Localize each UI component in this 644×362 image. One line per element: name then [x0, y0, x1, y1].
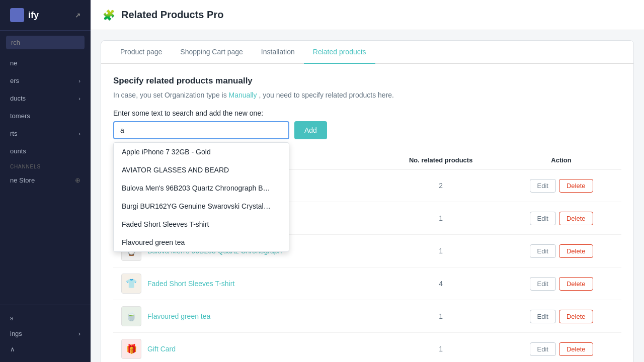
desc-text-start: In case, you set Organization type is [113, 91, 229, 99]
table-row: 🎁 Gift Card 1 Edit Delete [113, 333, 621, 363]
search-label: Enter some text to search and add the ne… [113, 109, 621, 117]
tab-installation[interactable]: Installation [252, 41, 304, 64]
sidebar-item-orders[interactable]: ers › [0, 72, 91, 89]
section-title: Specify related products manually [113, 76, 621, 86]
sidebar-collapse-btn[interactable]: ∧ [10, 341, 80, 357]
dropdown-item[interactable]: Bulova Men's 96B203 Quartz Chronograph B… [114, 179, 289, 197]
chevron-right-icon: › [78, 96, 80, 102]
sidebar-item-label: ne [10, 59, 17, 67]
sidebar-search-input[interactable] [6, 36, 85, 49]
sidebar-item-online-store[interactable]: ne Store ⊕ [0, 171, 91, 189]
page-title: Related Products Pro [121, 9, 223, 21]
tab-related-products[interactable]: Related products [304, 41, 375, 64]
delete-button-1[interactable]: Delete [559, 212, 593, 225]
related-count-3: 4 [380, 267, 501, 300]
sidebar-item-home[interactable]: ne [0, 54, 91, 72]
related-count-1: 1 [380, 202, 501, 235]
sidebar-item-label: ounts [10, 147, 26, 155]
search-dropdown: Apple iPhone 7 32GB - Gold AVIATOR GLASS… [113, 142, 289, 252]
content-area: Product page Shopping Cart page Installa… [91, 30, 644, 362]
related-count-2: 1 [380, 235, 501, 267]
edit-button-0[interactable]: Edit [530, 179, 556, 193]
sidebar-bottom: s ings › ∧ [0, 305, 91, 362]
action-cell-2: Edit Delete [501, 235, 621, 267]
sidebar-item-label: ducts [10, 95, 26, 102]
plus-icon[interactable]: ⊕ [75, 176, 80, 184]
dropdown-item[interactable]: Faded Short Sleeves T-shirt [114, 215, 289, 233]
product-thumbnail-3: 👕 [121, 274, 141, 294]
product-cell-4: 🍵 Flavoured green tea [113, 300, 380, 333]
app-header: 🧩 Related Products Pro [91, 0, 644, 30]
product-thumbnail-4: 🍵 [121, 306, 141, 326]
action-cell-5: Edit Delete [501, 333, 621, 363]
col-related-count: No. related products [380, 151, 501, 169]
action-cell-0: Edit Delete [501, 169, 621, 202]
sidebar-logo: ify ↗ [0, 0, 91, 31]
product-link-3[interactable]: Faded Short Sleeves T-shirt [147, 280, 234, 288]
delete-button-0[interactable]: Delete [559, 179, 593, 193]
col-action: Action [501, 151, 621, 169]
related-count-4: 1 [380, 300, 501, 333]
add-button[interactable]: Add [294, 121, 327, 139]
product-cell-3: 👕 Faded Short Sleeves T-shirt [113, 267, 380, 300]
sidebar-item-customers[interactable]: tomers [0, 107, 91, 125]
edit-button-1[interactable]: Edit [530, 212, 556, 225]
product-thumbnail-5: 🎁 [121, 339, 141, 359]
tab-product-page[interactable]: Product page [111, 41, 171, 64]
delete-button-3[interactable]: Delete [559, 277, 593, 291]
sidebar-item-label: ne Store [10, 176, 35, 184]
delete-button-5[interactable]: Delete [559, 342, 593, 356]
puzzle-icon: 🧩 [103, 9, 115, 21]
product-cell-5: 🎁 Gift Card [113, 333, 380, 363]
tab-bar: Product page Shopping Cart page Installa… [101, 41, 633, 64]
dropdown-item[interactable]: Apple iPhone 7 32GB - Gold [114, 143, 289, 161]
action-cell-3: Edit Delete [501, 267, 621, 300]
table-row: 🍵 Flavoured green tea 1 Edit Delete [113, 300, 621, 333]
chevron-right-icon: › [78, 131, 80, 137]
product-search-input[interactable] [113, 121, 289, 139]
sidebar: ify ↗ ne ers › ducts › tomers rts › ount… [0, 0, 91, 362]
edit-button-5[interactable]: Edit [530, 342, 556, 356]
dropdown-item[interactable]: Flavoured green tea [114, 233, 289, 251]
delete-button-2[interactable]: Delete [559, 244, 593, 258]
sidebar-item-label: s [10, 314, 14, 322]
dropdown-item[interactable]: AVIATOR GLASSES AND BEARD [114, 161, 289, 179]
sidebar-item-discounts[interactable]: ounts [0, 142, 91, 160]
sidebar-item-label: ers [10, 77, 19, 84]
external-link-icon[interactable]: ↗ [75, 12, 80, 19]
shopify-logo-icon [10, 8, 24, 22]
action-cell-1: Edit Delete [501, 202, 621, 235]
edit-button-3[interactable]: Edit [530, 277, 556, 291]
sidebar-item-reports[interactable]: rts › [0, 125, 91, 142]
sidebar-item-label: tomers [10, 112, 30, 120]
sidebar-logo-text: ify [28, 10, 39, 21]
dropdown-item[interactable]: Burgi BUR162YG Genuine Swarovski Crystal… [114, 197, 289, 215]
card-body: Specify related products manually In cas… [101, 64, 633, 362]
sidebar-item-label: ings [10, 330, 22, 337]
sidebar-item-label: rts [10, 130, 17, 137]
sidebar-search-area [0, 31, 91, 54]
desc-text-end: , you need to specify related products h… [259, 91, 394, 99]
edit-button-4[interactable]: Edit [530, 310, 556, 323]
section-description: In case, you set Organization type is Ma… [113, 91, 621, 99]
sidebar-item-settings[interactable]: ings › [10, 326, 80, 341]
chevron-up-icon: ∧ [10, 345, 15, 353]
sidebar-nav: ne ers › ducts › tomers rts › ounts CHAN… [0, 54, 91, 305]
delete-button-4[interactable]: Delete [559, 310, 593, 323]
sidebar-item-products[interactable]: ducts › [0, 89, 91, 107]
search-row: Add Apple iPhone 7 32GB - Gold AVIATOR G… [113, 121, 621, 139]
chevron-right-icon: › [78, 78, 80, 84]
edit-button-2[interactable]: Edit [530, 244, 556, 258]
tab-shopping-cart[interactable]: Shopping Cart page [171, 41, 252, 64]
product-link-4[interactable]: Flavoured green tea [147, 312, 210, 320]
channels-section-label: CHANNELS [0, 160, 91, 171]
action-cell-4: Edit Delete [501, 300, 621, 333]
table-row: 👕 Faded Short Sleeves T-shirt 4 Edit Del… [113, 267, 621, 300]
related-count-0: 2 [380, 169, 501, 202]
sidebar-item-apps[interactable]: s [10, 310, 80, 326]
product-link-5[interactable]: Gift Card [147, 345, 176, 353]
chevron-right-icon: › [78, 330, 80, 337]
main-area: 🧩 Related Products Pro Product page Shop… [91, 0, 644, 362]
related-count-5: 1 [380, 333, 501, 363]
manually-link[interactable]: Manually [229, 91, 257, 99]
